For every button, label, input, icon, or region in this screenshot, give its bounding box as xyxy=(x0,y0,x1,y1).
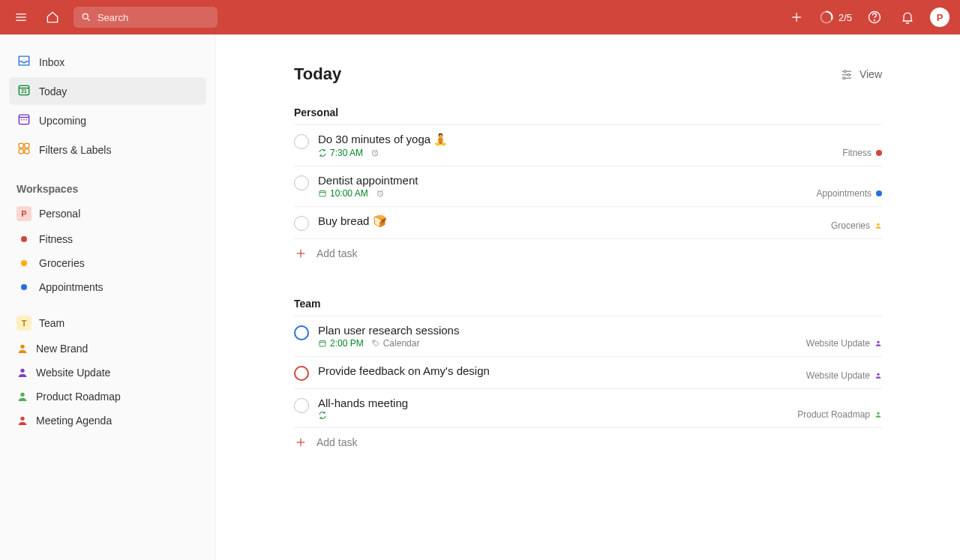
svg-text:21: 21 xyxy=(21,88,27,94)
nav-filters[interactable]: Filters & Labels xyxy=(9,136,206,163)
task-project-label: Fitness xyxy=(842,148,872,158)
task-project-label: Website Update xyxy=(806,370,870,381)
svg-line-35 xyxy=(373,150,374,151)
svg-point-22 xyxy=(20,345,24,349)
project-color-dot xyxy=(21,284,27,290)
workspace-team[interactable]: T Team xyxy=(9,310,206,336)
menu-button[interactable] xyxy=(10,7,32,28)
recurring-icon xyxy=(318,411,327,420)
task-checkbox[interactable] xyxy=(294,325,309,340)
task-project[interactable]: Appointments xyxy=(817,188,882,199)
svg-point-23 xyxy=(20,369,24,373)
notifications-button[interactable] xyxy=(897,7,918,28)
project-item[interactable]: Meeting Agenda xyxy=(9,409,206,432)
project-color-dot xyxy=(876,150,882,156)
task-project[interactable]: Product Roadmap xyxy=(797,409,882,420)
svg-point-51 xyxy=(877,373,879,376)
task-row[interactable]: Plan user research sessions2:00 PMCalend… xyxy=(294,316,882,357)
svg-point-49 xyxy=(374,341,374,342)
task-meta: 10:00 AM xyxy=(318,188,808,199)
svg-point-44 xyxy=(877,223,879,226)
home-button[interactable] xyxy=(42,7,63,28)
svg-point-31 xyxy=(843,77,845,79)
workspace-personal[interactable]: P Personal xyxy=(9,201,206,226)
progress-count: 2/5 xyxy=(838,12,852,23)
project-item[interactable]: Appointments xyxy=(9,276,206,298)
productivity-button[interactable]: 2/5 xyxy=(819,10,852,25)
add-task-button[interactable]: Add task xyxy=(294,239,882,268)
nav-inbox[interactable]: Inbox xyxy=(9,48,206,76)
add-button[interactable] xyxy=(786,7,807,28)
task-row[interactable]: Dentist appointment10:00 AMAppointments xyxy=(294,166,882,207)
page-title: Today xyxy=(294,64,341,84)
nav-label: Upcoming xyxy=(39,115,86,127)
task-meta xyxy=(318,411,788,420)
task-row[interactable]: Provide feedback on Amy's designWebsite … xyxy=(294,357,882,389)
task-project-label: Appointments xyxy=(817,188,872,199)
task-list: Plan user research sessions2:00 PMCalend… xyxy=(294,316,882,457)
svg-point-3 xyxy=(82,13,88,19)
project-color-dot xyxy=(21,260,27,266)
svg-rect-47 xyxy=(320,341,326,347)
person-icon xyxy=(874,222,882,229)
task-project-label: Website Update xyxy=(806,338,870,349)
task-project-label: Product Roadmap xyxy=(797,409,870,420)
filters-icon xyxy=(16,141,32,158)
task-checkbox[interactable] xyxy=(294,175,309,190)
svg-line-34 xyxy=(375,154,376,154)
svg-line-42 xyxy=(377,190,379,191)
person-icon xyxy=(16,415,28,427)
nav-label: Inbox xyxy=(39,56,64,68)
person-icon xyxy=(874,411,882,418)
help-button[interactable] xyxy=(864,7,885,28)
person-icon xyxy=(874,372,882,379)
project-item[interactable]: Fitness xyxy=(9,228,206,250)
project-item[interactable]: Groceries xyxy=(9,252,206,274)
task-checkbox[interactable] xyxy=(294,398,309,413)
task-title: Do 30 minutes of yoga 🧘 xyxy=(318,133,833,146)
task-row[interactable]: All-hands meetingProduct Roadmap xyxy=(294,389,882,428)
nav-today[interactable]: 21 Today xyxy=(9,77,206,105)
plus-icon xyxy=(294,247,308,260)
task-checkbox[interactable] xyxy=(294,366,309,381)
today-icon: 21 xyxy=(16,82,32,100)
task-meta: 7:30 AM xyxy=(318,148,833,158)
sidebar: Inbox 21 Today Upcoming Filters & Labels… xyxy=(0,34,216,560)
search-box[interactable] xyxy=(74,7,218,28)
svg-rect-20 xyxy=(19,149,23,154)
add-task-button[interactable]: Add task xyxy=(294,428,882,457)
workspace-badge: T xyxy=(16,316,32,331)
sliders-icon xyxy=(840,67,854,81)
search-input[interactable] xyxy=(98,12,210,23)
task-project[interactable]: Fitness xyxy=(842,148,882,158)
section-title: Team xyxy=(294,298,882,310)
task-project[interactable]: Website Update xyxy=(806,370,882,381)
avatar[interactable]: P xyxy=(930,7,950,27)
task-project[interactable]: Website Update xyxy=(806,338,882,349)
svg-point-25 xyxy=(20,417,24,421)
add-task-label: Add task xyxy=(316,247,357,259)
task-project[interactable]: Groceries xyxy=(831,220,882,231)
topbar: 2/5 P xyxy=(0,0,960,34)
svg-line-36 xyxy=(376,150,378,151)
task-row[interactable]: Buy bread 🍞Groceries xyxy=(294,207,882,239)
workspaces-header: Workspaces xyxy=(9,177,206,201)
project-item[interactable]: Website Update xyxy=(9,361,206,384)
svg-point-27 xyxy=(844,70,846,73)
task-checkbox[interactable] xyxy=(294,134,309,149)
project-item[interactable]: Product Roadmap xyxy=(9,385,206,408)
task-row[interactable]: Do 30 minutes of yoga 🧘7:30 AMFitness xyxy=(294,125,882,166)
task-list: Do 30 minutes of yoga 🧘7:30 AMFitnessDen… xyxy=(294,124,882,268)
project-item[interactable]: New Brand xyxy=(9,337,206,360)
svg-point-9 xyxy=(874,20,875,21)
task-checkbox[interactable] xyxy=(294,216,309,231)
view-button[interactable]: View xyxy=(840,67,882,81)
project-color-dot xyxy=(876,190,882,196)
task-title: All-hands meeting xyxy=(318,397,788,409)
person-icon xyxy=(16,391,28,403)
task-project-label: Groceries xyxy=(831,220,870,231)
person-icon xyxy=(16,367,28,379)
nav-upcoming[interactable]: Upcoming xyxy=(9,106,206,134)
task-meta: 2:00 PMCalendar xyxy=(318,338,797,349)
calendar-icon xyxy=(318,339,327,348)
